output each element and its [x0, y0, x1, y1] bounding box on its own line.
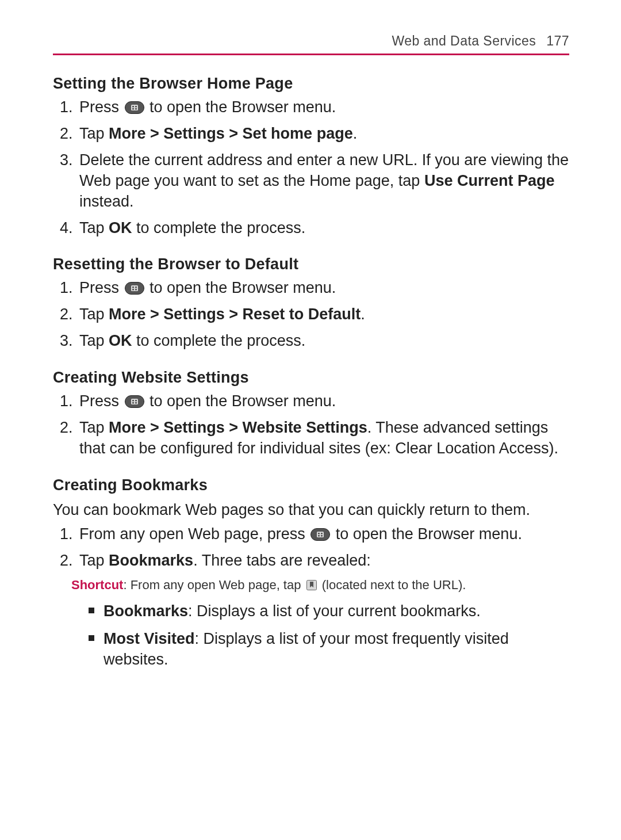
- note-label: Shortcut: [71, 578, 123, 592]
- section-title-2: Resetting the Browser to Default: [53, 255, 569, 273]
- step: Press to open the Browser menu.: [77, 97, 569, 118]
- header-page-number: 177: [546, 33, 569, 49]
- svg-rect-14: [132, 400, 134, 402]
- svg-rect-3: [135, 106, 137, 108]
- step: From any open Web page, press to open th…: [77, 524, 569, 545]
- section-intro: You can bookmark Web pages so that you c…: [53, 500, 569, 521]
- list-item-term: Bookmarks: [103, 602, 188, 620]
- section-title-1: Setting the Browser Home Page: [53, 75, 569, 93]
- list-item: Most Visited: Displays a list of your mo…: [89, 629, 569, 670]
- menu-path: OK: [109, 332, 132, 349]
- svg-rect-4: [132, 108, 134, 110]
- svg-rect-19: [317, 532, 324, 537]
- svg-rect-15: [135, 400, 137, 402]
- svg-rect-7: [131, 285, 138, 291]
- svg-rect-1: [131, 105, 138, 110]
- svg-rect-22: [318, 535, 320, 537]
- steps-1: Press to open the Browser menu. Tap More…: [53, 97, 569, 238]
- step: Tap OK to complete the process.: [77, 331, 569, 352]
- steps-2: Press to open the Browser menu. Tap More…: [53, 278, 569, 352]
- section-title-3: Creating Website Settings: [53, 369, 569, 387]
- svg-rect-8: [132, 287, 134, 288]
- menu-button-icon: [125, 282, 144, 295]
- list-item: Bookmarks: Displays a list of your curre…: [89, 601, 569, 622]
- step: Press to open the Browser menu.: [77, 278, 569, 299]
- svg-rect-21: [321, 533, 323, 534]
- list-item-term: Most Visited: [103, 630, 195, 647]
- step: Tap More > Settings > Website Settings. …: [77, 418, 569, 459]
- svg-rect-5: [135, 108, 137, 110]
- svg-rect-17: [135, 402, 137, 404]
- running-header: Web and Data Services 177: [53, 33, 569, 55]
- bookmark-tabs-list: Bookmarks: Displays a list of your curre…: [53, 601, 569, 670]
- header-section: Web and Data Services: [392, 33, 536, 49]
- menu-path: OK: [109, 219, 132, 236]
- svg-rect-2: [132, 106, 134, 108]
- section-title-4: Creating Bookmarks: [53, 476, 569, 494]
- svg-rect-11: [135, 289, 137, 291]
- menu-path: More > Settings > Reset to Default: [109, 306, 361, 323]
- step: Delete the current address and enter a n…: [77, 150, 569, 212]
- svg-rect-9: [135, 287, 137, 288]
- svg-rect-16: [132, 402, 134, 404]
- svg-rect-13: [131, 399, 138, 404]
- menu-path: Use Current Page: [424, 172, 555, 189]
- steps-4: From any open Web page, press to open th…: [53, 524, 569, 571]
- manual-page: Web and Data Services 177 Setting the Br…: [0, 0, 621, 712]
- step: Tap OK to complete the process.: [77, 218, 569, 239]
- menu-button-icon: [125, 395, 144, 408]
- menu-button-icon: [125, 101, 144, 114]
- step: Tap More > Settings > Set home page.: [77, 124, 569, 144]
- menu-path: More > Settings > Website Settings: [109, 419, 367, 436]
- shortcut-note: Shortcut: From any open Web page, tap (l…: [71, 577, 569, 594]
- step: Tap More > Settings > Reset to Default.: [77, 304, 569, 325]
- menu-path: Bookmarks: [109, 552, 193, 569]
- menu-button-icon: [310, 528, 330, 541]
- bookmark-icon: [306, 580, 317, 590]
- svg-rect-10: [132, 289, 134, 291]
- step: Tap Bookmarks. Three tabs are revealed:: [77, 551, 569, 571]
- svg-rect-23: [321, 535, 323, 537]
- menu-path: More > Settings > Set home page: [109, 125, 353, 142]
- svg-rect-20: [318, 533, 320, 534]
- step: Press to open the Browser menu.: [77, 391, 569, 412]
- steps-3: Press to open the Browser menu. Tap More…: [53, 391, 569, 459]
